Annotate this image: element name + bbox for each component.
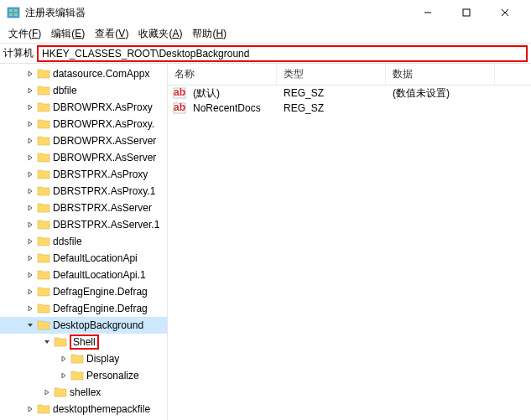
- folder-icon: [37, 235, 50, 248]
- list-row[interactable]: abNoRecentDocsREG_SZ: [168, 101, 531, 116]
- chevron-right-icon[interactable]: [23, 201, 37, 215]
- svg-rect-6: [463, 9, 470, 16]
- address-path[interactable]: HKEY_CLASSES_ROOT\DesktopBackground: [37, 45, 528, 62]
- tree-item[interactable]: DBROWPRX.AsProxy: [0, 99, 167, 116]
- tree-item-label: DefaultLocationApi.1: [53, 269, 146, 281]
- folder-icon: [70, 352, 84, 366]
- chevron-right-icon[interactable]: [23, 84, 37, 97]
- svg-rect-2: [14, 9, 18, 12]
- tree-item[interactable]: DBRSTPRX.AsProxy.1: [0, 183, 167, 200]
- tree-item[interactable]: DesktopBackground: [0, 317, 167, 334]
- list-row[interactable]: ab(默认)REG_SZ(数值未设置): [168, 86, 531, 101]
- list-panel[interactable]: 名称 类型 数据 ab(默认)REG_SZ(数值未设置)abNoRecentDo…: [168, 64, 531, 420]
- tree-item-label: DesktopBackground: [53, 319, 143, 331]
- chevron-right-icon[interactable]: [23, 151, 37, 164]
- tree-item[interactable]: Display: [0, 350, 167, 367]
- menu-item-3[interactable]: 收藏夹(A): [133, 25, 187, 43]
- tree-item-label: Display: [86, 353, 119, 365]
- folder-icon: [37, 251, 50, 265]
- folder-icon: [37, 268, 50, 282]
- tree-item-label: dbfile: [53, 85, 77, 96]
- window-title: 注册表编辑器: [25, 6, 409, 20]
- chevron-right-icon[interactable]: [23, 67, 37, 80]
- tree-item[interactable]: DefaultLocationApi: [0, 250, 167, 267]
- chevron-right-icon[interactable]: [23, 168, 37, 181]
- chevron-right-icon[interactable]: [23, 251, 37, 265]
- chevron-right-icon[interactable]: [23, 268, 37, 282]
- chevron-right-icon[interactable]: [23, 184, 37, 198]
- value-type: REG_SZ: [277, 87, 386, 99]
- folder-icon: [37, 218, 50, 231]
- chevron-right-icon[interactable]: [23, 117, 37, 131]
- tree-item[interactable]: DBROWPRX.AsProxy.: [0, 116, 167, 132]
- chevron-right-icon[interactable]: [23, 134, 37, 148]
- chevron-right-icon[interactable]: [23, 101, 37, 114]
- chevron-right-icon[interactable]: [23, 302, 37, 315]
- tree-item-label: DBRSTPRX.AsServer: [53, 202, 152, 214]
- column-type[interactable]: 类型: [277, 64, 386, 85]
- menu-label: 编辑(E): [51, 28, 85, 39]
- menu-item-4[interactable]: 帮助(H): [187, 25, 232, 43]
- string-value-icon: ab: [173, 101, 186, 115]
- svg-rect-4: [14, 13, 18, 16]
- minimize-button[interactable]: [409, 0, 447, 25]
- tree-item[interactable]: DBRSTPRX.AsServer.1: [0, 216, 167, 233]
- tree-item[interactable]: DefragEngine.Defrag: [0, 300, 167, 317]
- svg-rect-0: [8, 8, 19, 18]
- tree-item[interactable]: Personalize: [0, 367, 167, 384]
- chevron-down-icon[interactable]: [23, 319, 37, 332]
- tree-item[interactable]: DBROWPRX.AsServer: [0, 149, 167, 166]
- tree-item[interactable]: DefaultLocationApi.1: [0, 267, 167, 283]
- value-name: (默认): [186, 86, 277, 101]
- tree-item-label: DBRSTPRX.AsProxy.1: [53, 185, 155, 197]
- chevron-right-icon[interactable]: [23, 285, 37, 298]
- tree-item-label: DefragEngine.Defrag: [53, 286, 148, 298]
- tree-item-label: datasource.ComAppx: [53, 68, 149, 80]
- svg-text:ab: ab: [174, 86, 185, 98]
- value-data: (数值未设置): [386, 86, 495, 101]
- tree-item-label: DBROWPRX.AsServer: [53, 135, 156, 147]
- chevron-down-icon[interactable]: [40, 335, 54, 349]
- tree-panel[interactable]: datasource.ComAppxdbfileDBROWPRX.AsProxy…: [0, 64, 168, 420]
- chevron-right-icon[interactable]: [57, 369, 70, 382]
- menu-label: 文件(F): [8, 28, 41, 39]
- tree-item-label: Shell: [70, 334, 99, 350]
- address-bar: 计算机 HKEY_CLASSES_ROOT\DesktopBackground: [0, 44, 531, 64]
- menu-item-1[interactable]: 编辑(E): [46, 25, 90, 43]
- column-name[interactable]: 名称: [168, 64, 277, 85]
- tree-item[interactable]: Shell: [0, 334, 167, 350]
- tree-item-label: DBROWPRX.AsProxy: [53, 101, 153, 113]
- svg-rect-1: [9, 9, 13, 12]
- tree-item[interactable]: dbfile: [0, 82, 167, 99]
- tree-item-label: desktopthemepackfile: [53, 403, 150, 415]
- maximize-button[interactable]: [447, 0, 486, 25]
- address-label: 计算机: [3, 46, 34, 60]
- tree-item[interactable]: shellex: [0, 384, 167, 401]
- menu-label: 收藏夹(A): [138, 28, 182, 39]
- tree-item-label: DBROWPRX.AsServer: [53, 152, 156, 163]
- chevron-right-icon[interactable]: [23, 218, 37, 231]
- folder-icon: [54, 335, 67, 349]
- tree-item-label: DefragEngine.Defrag: [53, 303, 148, 314]
- svg-text:ab: ab: [174, 101, 185, 113]
- folder-icon: [70, 369, 84, 382]
- folder-icon: [37, 67, 50, 80]
- chevron-right-icon[interactable]: [23, 235, 37, 248]
- folder-icon: [37, 319, 50, 332]
- menu-item-0[interactable]: 文件(F): [3, 25, 46, 43]
- column-data[interactable]: 数据: [386, 64, 495, 85]
- tree-item[interactable]: ddsfile: [0, 233, 167, 250]
- tree-item[interactable]: DBROWPRX.AsServer: [0, 132, 167, 149]
- tree-item[interactable]: desktopthemepackfile: [0, 401, 167, 417]
- chevron-right-icon[interactable]: [40, 386, 54, 399]
- chevron-right-icon[interactable]: [23, 402, 37, 416]
- tree-item-label: DBROWPRX.AsProxy.: [53, 118, 154, 130]
- tree-item[interactable]: DBRSTPRX.AsProxy: [0, 166, 167, 183]
- tree-item[interactable]: DBRSTPRX.AsServer: [0, 200, 167, 216]
- tree-item[interactable]: datasource.ComAppx: [0, 65, 167, 82]
- chevron-right-icon[interactable]: [57, 352, 70, 366]
- close-button[interactable]: [486, 0, 524, 25]
- menu-item-2[interactable]: 查看(V): [90, 25, 133, 43]
- folder-icon: [54, 386, 67, 399]
- tree-item[interactable]: DefragEngine.Defrag: [0, 283, 167, 300]
